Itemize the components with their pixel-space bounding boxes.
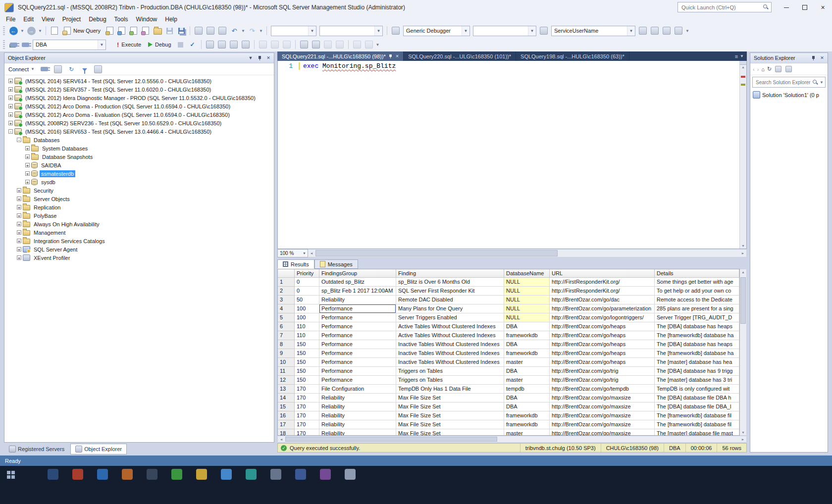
live-stats-button[interactable]	[258, 39, 268, 50]
grid-cell[interactable]: Reliability	[319, 296, 396, 304]
filter-button[interactable]	[79, 64, 90, 75]
chevron-down-icon[interactable]: ▼	[462, 26, 469, 36]
expander-icon[interactable]: +	[8, 79, 13, 83]
grid-cell[interactable]: Performance	[319, 376, 396, 385]
toolbar-combo-1[interactable]: ▼	[271, 26, 316, 36]
debugger-icon-button[interactable]	[390, 25, 401, 36]
results-to-grid-button[interactable]	[299, 39, 310, 50]
scrollbar-thumb[interactable]	[285, 437, 497, 442]
grid-cell[interactable]: The [frameworkdb] database fil	[655, 411, 739, 420]
tree-row[interactable]: +Replication	[4, 203, 274, 211]
tree-row[interactable]: +Security	[4, 186, 274, 195]
toolbar-grip[interactable]	[3, 40, 5, 49]
expander-icon[interactable]: -	[17, 138, 21, 142]
expander-icon[interactable]: +	[8, 87, 13, 92]
grid-cell[interactable]: 100	[295, 313, 319, 322]
open-file-button[interactable]	[152, 25, 163, 36]
grid-cell[interactable]: Max File Size Set	[396, 394, 504, 403]
grid-cell[interactable]: 170	[295, 394, 319, 403]
tree-row[interactable]: +(MSSQL 2014) SERV614 - Test (SQL Server…	[4, 77, 274, 85]
row-number[interactable]: 18	[278, 429, 295, 436]
chevron-down-icon[interactable]: ▼	[740, 54, 744, 58]
execute-button[interactable]: ! Execute	[114, 39, 144, 50]
grid-cell[interactable]: http://BrentOzar.com/go/maxsize	[550, 420, 655, 429]
chevron-down-icon[interactable]: ▼	[820, 80, 823, 85]
expander-icon[interactable]: +	[17, 247, 21, 252]
row-number[interactable]: 5	[278, 313, 295, 322]
grid-cell[interactable]: 150	[295, 376, 319, 385]
stop-tree-button[interactable]	[52, 64, 63, 75]
grid-cell[interactable]: tempdb	[504, 385, 550, 394]
grid-cell[interactable]: Max File Size Set	[396, 429, 504, 436]
close-icon[interactable]: ×	[396, 53, 399, 59]
chevron-down-icon[interactable]: ▼	[98, 40, 105, 50]
grid-cell[interactable]: NULL	[504, 287, 550, 296]
tree-row[interactable]: +Database Snapshots	[4, 152, 274, 161]
taskbar-icon[interactable]	[221, 469, 232, 480]
results-to-file-button[interactable]	[311, 39, 321, 50]
grid-cell[interactable]: 150	[295, 367, 319, 376]
menu-item-help[interactable]: Help	[161, 15, 181, 24]
chevron-down-icon[interactable]: ▼	[303, 252, 308, 255]
grid-cell[interactable]: 150	[295, 349, 319, 358]
taskbar-icon[interactable]	[320, 469, 331, 480]
grid-cell[interactable]: Inactive Tables Without Clustered Indexe…	[396, 349, 504, 358]
grid-cell[interactable]: http://BrentOzar.com/go/trig	[550, 376, 655, 385]
grid-cell[interactable]: NULL	[504, 296, 550, 304]
row-number[interactable]: 12	[278, 376, 295, 385]
grid-cell[interactable]: The [DBA] database has 9 trigg	[655, 367, 739, 376]
menu-item-tools[interactable]: Tools	[110, 15, 132, 24]
tree-row[interactable]: +Management	[4, 228, 274, 237]
grid-cell[interactable]: The [frameworkdb] database fil	[655, 420, 739, 429]
toolbar-overflow-icon[interactable]: ▼	[375, 43, 380, 47]
properties-button[interactable]	[784, 64, 792, 75]
expander-icon[interactable]: +	[17, 188, 21, 193]
grid-cell[interactable]: http://BrentOzar.com/go/parameterization	[550, 304, 655, 313]
results-to-text-button[interactable]	[281, 39, 292, 50]
grid-cell[interactable]: 170	[295, 429, 319, 436]
scroll-left-icon[interactable]: ◄	[278, 436, 285, 442]
menu-item-project[interactable]: Project	[58, 15, 85, 24]
grid-cell[interactable]: 100	[295, 304, 319, 313]
dmx-query-button[interactable]	[128, 25, 139, 36]
actual-plan-button[interactable]	[240, 39, 251, 50]
expander-icon[interactable]: +	[25, 146, 30, 151]
grid-cell[interactable]: Reliability	[319, 394, 396, 403]
tree-row[interactable]: +(MSSQL 2012) Arco Doma - Production (SQ…	[4, 102, 274, 110]
pin-icon[interactable]	[389, 54, 393, 59]
xmla-query-button[interactable]	[140, 25, 151, 36]
grid-cell[interactable]: Active Tables Without Clustered Indexes	[396, 322, 504, 331]
forward-button[interactable]: →	[26, 25, 37, 36]
row-number[interactable]: 16	[278, 411, 295, 420]
tree-row[interactable]: +(MSSQL 2012) Idera Diagnostic Manager -…	[4, 94, 274, 102]
menu-item-file[interactable]: File	[2, 15, 19, 24]
tree-row[interactable]: +(MSSQL 2008R2) SERV236 - Test (SQL Serv…	[4, 119, 274, 127]
mdx-query-button[interactable]	[116, 25, 127, 36]
tree-row[interactable]: +XEvent Profiler	[4, 253, 274, 262]
code-editor[interactable]: 1 exec Monitoring.sp_Blitz ▲ ▼	[277, 61, 747, 249]
code-line[interactable]: exec Monitoring.sp_Blitz	[303, 62, 396, 70]
back-history-dropdown-icon[interactable]: ▼	[20, 29, 25, 33]
undo-dropdown-icon[interactable]: ▼	[241, 29, 246, 33]
solution-root-item[interactable]: Solution 'Solution1' (0 p	[753, 91, 828, 99]
grid-cell[interactable]: Performance	[319, 349, 396, 358]
grid-cell[interactable]: http://BrentOzar.com/go/heaps	[550, 349, 655, 358]
taskbar-icon[interactable]	[48, 469, 58, 480]
row-number[interactable]: 7	[278, 331, 295, 340]
document-tab[interactable]: SQLQuery198.sql -...HULG\c168350 (63))*	[516, 51, 629, 61]
document-tab[interactable]: SQLQuery221.sql -...HULG\c168350 (98))*×	[277, 51, 404, 61]
grid-cell[interactable]: Reliability	[319, 411, 396, 420]
disconnect-button[interactable]	[39, 64, 50, 75]
table-lock-button[interactable]	[637, 25, 648, 36]
expander-icon[interactable]: +	[17, 255, 21, 260]
menu-item-window[interactable]: Window	[132, 15, 161, 24]
grid-cell[interactable]: Performance	[319, 367, 396, 376]
redo-button[interactable]: ↷	[247, 25, 258, 36]
row-number[interactable]: 13	[278, 385, 295, 394]
new-query-button[interactable]: New Query	[61, 25, 104, 36]
minimize-button[interactable]	[777, 0, 795, 15]
row-number[interactable]: 14	[278, 394, 295, 403]
tree-row[interactable]: +System Databases	[4, 144, 274, 152]
taskbar-icon[interactable]	[72, 469, 83, 480]
row-number[interactable]: 4	[278, 304, 295, 313]
